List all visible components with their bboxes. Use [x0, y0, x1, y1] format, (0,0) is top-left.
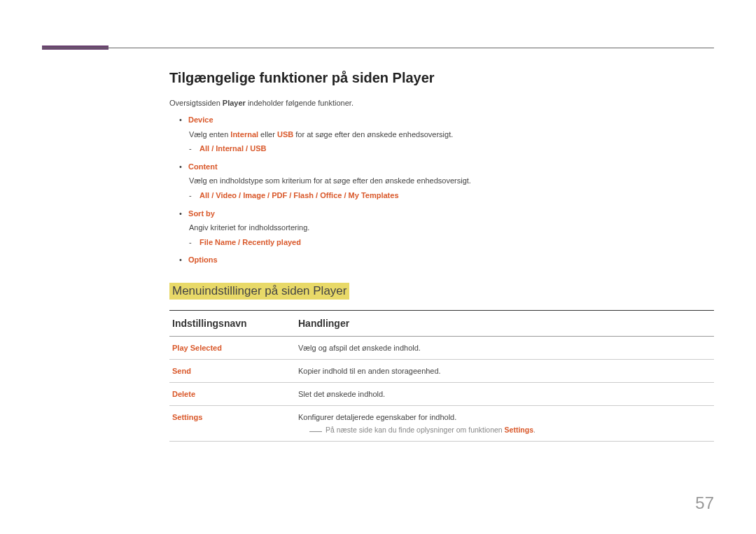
- feature-sortby: • Sort by: [179, 208, 714, 220]
- feature-label: Sort by: [188, 209, 215, 218]
- intro-suffix: indeholder følgende funktioner.: [246, 99, 354, 107]
- col-setting-name: Indstillingsnavn: [169, 310, 295, 336]
- table-row: Delete Slet det ønskede indhold.: [169, 382, 714, 405]
- feature-sub-value: All / Video / Image / PDF / Flash / Offi…: [200, 191, 398, 199]
- setting-name: Settings: [169, 405, 295, 441]
- setting-action: Kopier indhold til en anden storageenhed…: [295, 359, 714, 382]
- feature-label: Device: [188, 115, 213, 124]
- setting-name: Play Selected: [169, 336, 295, 359]
- dash-icon: -: [189, 237, 197, 249]
- feature-list: • Device Vælg enten Internal eller USB f…: [169, 114, 714, 267]
- col-actions: Handlinger: [295, 310, 714, 336]
- feature-label: Options: [188, 255, 218, 264]
- feature-sortby-sub: - File Name / Recently played: [189, 237, 714, 249]
- feature-sub-value: All / Internal / USB: [200, 144, 266, 153]
- page-number: 57: [695, 493, 714, 513]
- dash-icon: -: [189, 190, 197, 202]
- setting-name: Delete: [169, 382, 295, 405]
- bullet-icon: •: [179, 161, 186, 174]
- bullet-icon: •: [179, 208, 186, 220]
- dash-icon: -: [189, 143, 197, 155]
- feature-content: • Content: [179, 161, 714, 174]
- feature-device: • Device: [179, 114, 714, 127]
- header-divider: [42, 48, 714, 48]
- table-row: Play Selected Vælg og afspil det ønskede…: [169, 336, 714, 359]
- setting-action: Vælg og afspil det ønskede indhold.: [295, 336, 714, 359]
- note-bold: Settings: [505, 426, 533, 434]
- feature-content-desc: Vælg en indholdstype som kriterium for a…: [189, 175, 714, 188]
- setting-action-cell: Konfigurer detaljerede egenskaber for in…: [295, 405, 714, 441]
- table-header: Indstillingsnavn Handlinger: [169, 310, 714, 336]
- feature-sub-value: File Name / Recently played: [200, 238, 301, 246]
- note-prefix: På næste side kan du finde oplysninger o…: [326, 426, 505, 434]
- table-row: Send Kopier indhold til en anden storage…: [169, 359, 714, 382]
- table-row: Settings Konfigurer detaljerede egenskab…: [169, 405, 714, 441]
- feature-label: Content: [188, 162, 218, 171]
- long-dash-icon: ―: [309, 423, 322, 437]
- note-suffix: .: [533, 426, 536, 434]
- intro-prefix: Oversigtssiden: [169, 99, 223, 107]
- setting-action: Konfigurer detaljerede egenskaber for in…: [298, 413, 456, 421]
- main-content: Tilgængelige funktioner på siden Player …: [169, 70, 714, 442]
- setting-name: Send: [169, 359, 295, 382]
- feature-device-desc: Vælg enten Internal eller USB for at søg…: [189, 129, 714, 141]
- intro-bold: Player: [223, 99, 246, 107]
- intro-text: Oversigtssiden Player indeholder følgend…: [169, 99, 714, 107]
- bullet-icon: •: [179, 114, 186, 127]
- section-title: Menuindstillinger på siden Player: [169, 283, 349, 300]
- feature-device-sub: - All / Internal / USB: [189, 143, 714, 155]
- setting-action: Slet det ønskede indhold.: [295, 382, 714, 405]
- feature-content-sub: - All / Video / Image / PDF / Flash / Of…: [189, 190, 714, 202]
- feature-options: • Options: [179, 254, 714, 267]
- bullet-icon: •: [179, 254, 186, 267]
- page-title: Tilgængelige funktioner på siden Player: [169, 70, 714, 86]
- settings-table: Indstillingsnavn Handlinger Play Selecte…: [169, 310, 714, 442]
- feature-sortby-desc: Angiv kriteriet for indholdssortering.: [189, 222, 714, 234]
- settings-note: ― På næste side kan du finde oplysninger…: [309, 421, 711, 434]
